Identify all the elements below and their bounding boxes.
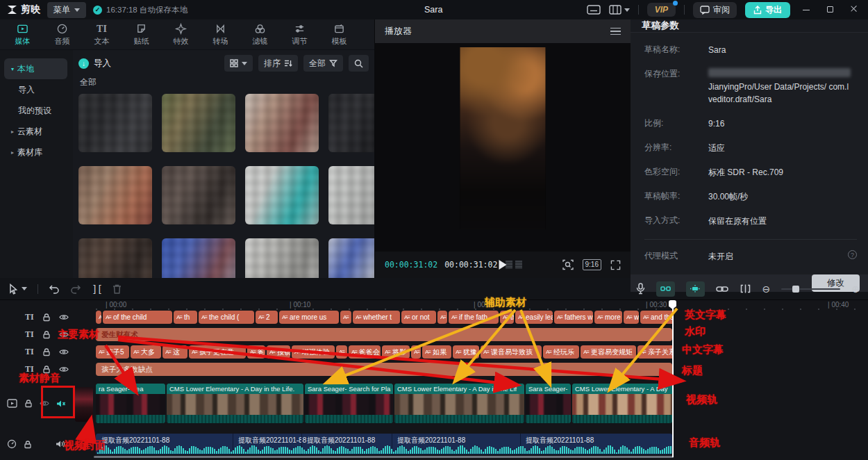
video-clip[interactable]: Sara Seager-: [526, 384, 571, 423]
sidebar-item-presets[interactable]: 我的预设: [0, 100, 73, 121]
menu-button[interactable]: 菜单: [47, 2, 86, 18]
zoom-out-icon[interactable]: ⊖: [762, 284, 771, 295]
subtitle-clip-cn[interactable]: A≡爸爸会: [349, 345, 381, 359]
subtitle-clip-cn[interactable]: A≡孩子5: [96, 345, 129, 359]
subtitle-clip-en[interactable]: A≡easily lea: [515, 311, 553, 324]
view-mode-button[interactable]: [224, 55, 253, 72]
lock-icon[interactable]: [24, 440, 32, 449]
subtitle-clip-cn[interactable]: A≡如果: [422, 345, 451, 359]
subtitle-clip-cn[interactable]: A≡课音易导致孩: [481, 345, 542, 359]
search-button[interactable]: [349, 55, 369, 72]
subtitle-clip-en[interactable]: A≡the child (: [199, 311, 254, 324]
vip-button[interactable]: VIP: [647, 3, 676, 17]
play-button[interactable]: [499, 260, 507, 270]
sidebar-item-library[interactable]: ▸素材库: [0, 142, 73, 163]
redo-icon[interactable]: [70, 284, 81, 294]
tab-templates[interactable]: 模板: [319, 19, 359, 49]
media-thumbnail[interactable]: [245, 166, 319, 224]
auto-snap-toggle[interactable]: [686, 281, 705, 297]
eye-icon[interactable]: [59, 348, 69, 356]
media-thumbnail[interactable]: [328, 94, 374, 152]
video-clip[interactable]: Sara Seager- Search for Pla: [305, 384, 393, 423]
subtitle-clip-cn[interactable]: A≡爸: [247, 345, 265, 359]
subtitle-clip-en[interactable]: A≡of the child: [103, 311, 172, 324]
timeline-zoom-slider[interactable]: [781, 288, 840, 290]
export-button[interactable]: 导出: [745, 2, 790, 18]
media-thumbnail[interactable]: [162, 238, 235, 278]
player-stage[interactable]: [375, 43, 631, 252]
media-thumbnail[interactable]: [245, 238, 319, 278]
media-thumbnail[interactable]: [328, 166, 374, 224]
eye-icon[interactable]: [59, 331, 69, 338]
linkage-toggle-icon[interactable]: [716, 285, 728, 293]
import-button[interactable]: ↓ 导入: [78, 58, 111, 69]
subtitle-clip-en[interactable]: A≡are more us: [279, 311, 339, 324]
video-cover-thumbnail[interactable]: [75, 387, 93, 422]
mute-speaker-icon[interactable]: [56, 400, 66, 408]
close-button[interactable]: [846, 5, 861, 15]
subtitle-clip-cn[interactable]: A≡增强体验: [292, 345, 335, 359]
media-thumbnail[interactable]: [78, 166, 152, 224]
timeline[interactable]: | 00:00| 00:10| 00:20| 00:30| 00:40 TI T…: [0, 300, 868, 460]
tab-adjust[interactable]: 调节: [280, 19, 319, 49]
media-thumbnail[interactable]: [78, 238, 152, 278]
zoom-in-icon[interactable]: ⊕: [851, 284, 860, 295]
subtitle-clip-cn[interactable]: A≡犹豫: [453, 345, 479, 359]
main-track-magnet-toggle[interactable]: [656, 281, 675, 297]
subtitle-clip-en[interactable]: A≡fathers w: [554, 311, 593, 324]
delete-icon[interactable]: [112, 284, 122, 294]
media-thumbnail[interactable]: [328, 238, 374, 278]
subtitle-clip-cn[interactable]: A≡亲子关系紧: [637, 345, 672, 359]
subtitle-clip-cn[interactable]: A≡大多: [131, 345, 161, 359]
lock-icon[interactable]: [24, 399, 33, 408]
tab-sticker[interactable]: 贴纸: [122, 19, 161, 49]
sidebar-item-local[interactable]: ▾本地: [4, 58, 67, 79]
undo-icon[interactable]: [49, 284, 60, 294]
preview-quality-icon[interactable]: [562, 259, 574, 270]
tab-filters[interactable]: 滤镜: [240, 19, 280, 49]
maximize-button[interactable]: [822, 5, 837, 15]
video-clip[interactable]: CMS Lower Elementary - A Day in the Lif: [394, 384, 524, 423]
tab-effects[interactable]: 特效: [161, 19, 201, 49]
sort-button[interactable]: 排序: [258, 55, 298, 72]
preview-axis-toggle-icon[interactable]: [740, 284, 751, 293]
subtitle-clip-en[interactable]: A≡: [96, 311, 101, 324]
subtitle-clip-en[interactable]: A≡more l: [594, 311, 622, 324]
eye-icon[interactable]: [40, 400, 49, 407]
aspect-ratio-button[interactable]: 9:16: [583, 259, 601, 270]
shortcut-keyboard-icon[interactable]: [587, 5, 601, 15]
tab-text[interactable]: TI文本: [82, 19, 122, 49]
video-clip[interactable]: CMS Lower Elementary - A Day: [572, 384, 672, 423]
subtitle-clip-cn[interactable]: A≡按锁: [267, 345, 290, 359]
video-clip[interactable]: ra Seager- Sea: [96, 384, 165, 423]
eye-icon[interactable]: [59, 365, 69, 373]
subtitle-clip-en[interactable]: A≡whether t: [353, 311, 400, 324]
frame-preview-icons[interactable]: [506, 261, 522, 269]
info-icon[interactable]: ?: [848, 250, 857, 259]
media-thumbnail[interactable]: [78, 94, 152, 152]
subtitle-clip-cn[interactable]: A≡将影: [382, 345, 410, 359]
track-watermark-clip[interactable]: 爱生财有术: [96, 328, 672, 341]
filter-button[interactable]: 全部: [303, 55, 343, 72]
subtitle-clip-cn[interactable]: A≡: [336, 345, 347, 359]
subtitle-clip-cn[interactable]: A≡更容易变规矩: [581, 345, 636, 359]
subtitle-clip-cn[interactable]: A≡这: [162, 345, 187, 359]
lock-icon[interactable]: [42, 313, 51, 322]
subtitle-clip-cn[interactable]: A≡: [411, 345, 421, 359]
select-tool-button[interactable]: [8, 284, 27, 295]
fullscreen-icon[interactable]: [610, 260, 621, 270]
sidebar-item-import[interactable]: 导入: [0, 79, 73, 100]
lock-icon[interactable]: [42, 347, 51, 356]
subtitle-clip-en[interactable]: A≡and the pa: [640, 311, 672, 324]
record-voiceover-icon[interactable]: [636, 283, 645, 295]
track-audio-clip[interactable]: 提取音频20221101-88提取音频20221101-88提取音频202211…: [96, 434, 672, 454]
subtitle-clip-en[interactable]: A≡: [437, 311, 447, 324]
subtitle-clip-en[interactable]: A≡2: [256, 311, 278, 324]
subtitle-clip-en[interactable]: A≡or not: [401, 311, 436, 324]
subtitle-clip-cn[interactable]: A≡孩子更在意: [189, 345, 246, 359]
horizontal-scrollbar[interactable]: [94, 456, 674, 458]
eye-icon[interactable]: [59, 313, 69, 321]
subtitle-clip-en[interactable]: A≡th: [174, 311, 197, 324]
lock-icon[interactable]: [42, 365, 51, 374]
player-menu-icon[interactable]: [610, 26, 621, 38]
